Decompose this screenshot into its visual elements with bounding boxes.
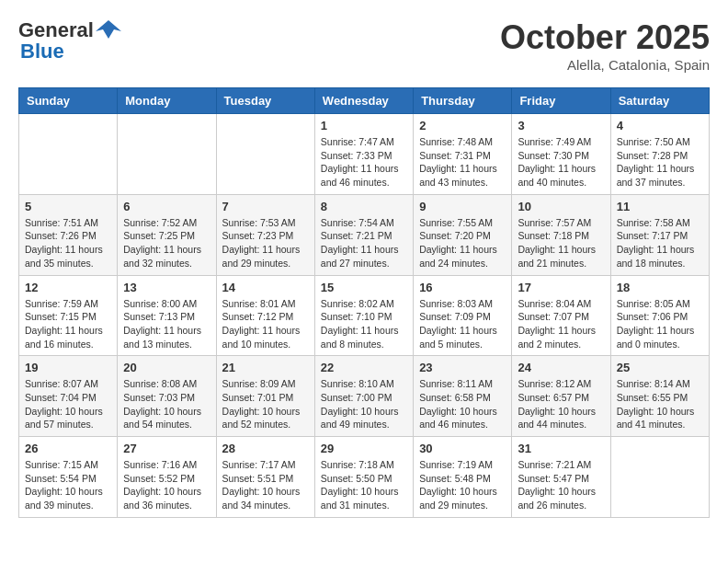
calendar-day-cell: 13Sunrise: 8:00 AM Sunset: 7:13 PM Dayli… — [118, 275, 216, 356]
calendar-day-cell: 6Sunrise: 7:52 AM Sunset: 7:25 PM Daylig… — [118, 194, 216, 275]
calendar-day-cell: 11Sunrise: 7:58 AM Sunset: 7:17 PM Dayli… — [610, 194, 709, 275]
calendar-day-cell: 30Sunrise: 7:19 AM Sunset: 5:48 PM Dayli… — [414, 437, 512, 518]
day-info: Sunrise: 7:51 AM Sunset: 7:26 PM Dayligh… — [25, 216, 111, 270]
day-of-week-wednesday: Wednesday — [314, 88, 413, 114]
day-number: 27 — [123, 442, 210, 455]
calendar-day-cell: 9Sunrise: 7:55 AM Sunset: 7:20 PM Daylig… — [414, 194, 512, 275]
month-title: October 2025 — [500, 18, 710, 57]
calendar-day-cell: 17Sunrise: 8:04 AM Sunset: 7:07 PM Dayli… — [512, 275, 610, 356]
day-number: 11 — [617, 200, 703, 213]
day-number: 31 — [518, 442, 604, 455]
calendar-day-cell: 23Sunrise: 8:11 AM Sunset: 6:58 PM Dayli… — [414, 356, 512, 437]
logo-general: General — [18, 18, 94, 41]
calendar-day-cell: 8Sunrise: 7:54 AM Sunset: 7:21 PM Daylig… — [314, 194, 413, 275]
day-number: 1 — [321, 119, 407, 132]
calendar-day-cell: 31Sunrise: 7:21 AM Sunset: 5:47 PM Dayli… — [512, 437, 610, 518]
day-info: Sunrise: 7:21 AM Sunset: 5:47 PM Dayligh… — [518, 458, 604, 512]
day-info: Sunrise: 8:00 AM Sunset: 7:13 PM Dayligh… — [123, 297, 210, 351]
calendar-day-cell: 28Sunrise: 7:17 AM Sunset: 5:51 PM Dayli… — [216, 437, 314, 518]
day-info: Sunrise: 8:08 AM Sunset: 7:03 PM Dayligh… — [123, 377, 210, 431]
logo-blue: Blue — [20, 40, 64, 63]
day-number: 15 — [321, 281, 407, 294]
day-number: 4 — [617, 119, 703, 132]
day-info: Sunrise: 7:58 AM Sunset: 7:17 PM Dayligh… — [617, 216, 703, 270]
day-number: 16 — [419, 281, 506, 294]
calendar-day-cell: 21Sunrise: 8:09 AM Sunset: 7:01 PM Dayli… — [216, 356, 314, 437]
day-number: 26 — [25, 442, 111, 455]
day-info: Sunrise: 8:09 AM Sunset: 7:01 PM Dayligh… — [222, 377, 309, 431]
day-number: 9 — [419, 200, 506, 213]
day-info: Sunrise: 8:05 AM Sunset: 7:06 PM Dayligh… — [617, 297, 703, 351]
calendar-day-cell: 10Sunrise: 7:57 AM Sunset: 7:18 PM Dayli… — [512, 194, 610, 275]
empty-cell — [610, 437, 709, 518]
calendar-day-cell: 25Sunrise: 8:14 AM Sunset: 6:55 PM Dayli… — [610, 356, 709, 437]
location: Alella, Catalonia, Spain — [500, 57, 710, 73]
day-number: 12 — [25, 281, 111, 294]
calendar-day-cell: 20Sunrise: 8:08 AM Sunset: 7:03 PM Dayli… — [118, 356, 216, 437]
day-number: 21 — [222, 361, 309, 374]
day-info: Sunrise: 8:03 AM Sunset: 7:09 PM Dayligh… — [419, 297, 506, 351]
calendar-day-cell: 19Sunrise: 8:07 AM Sunset: 7:04 PM Dayli… — [19, 356, 118, 437]
calendar-week-row: 1Sunrise: 7:47 AM Sunset: 7:33 PM Daylig… — [19, 114, 710, 195]
day-info: Sunrise: 7:59 AM Sunset: 7:15 PM Dayligh… — [25, 297, 111, 351]
calendar-day-cell: 16Sunrise: 8:03 AM Sunset: 7:09 PM Dayli… — [414, 275, 512, 356]
day-info: Sunrise: 8:14 AM Sunset: 6:55 PM Dayligh… — [617, 377, 703, 431]
day-info: Sunrise: 7:15 AM Sunset: 5:54 PM Dayligh… — [25, 458, 111, 512]
page-header: General Blue October 2025 Alella, Catalo… — [18, 18, 710, 73]
calendar-week-row: 19Sunrise: 8:07 AM Sunset: 7:04 PM Dayli… — [19, 356, 710, 437]
calendar-day-cell: 4Sunrise: 7:50 AM Sunset: 7:28 PM Daylig… — [610, 114, 709, 195]
calendar-day-cell: 12Sunrise: 7:59 AM Sunset: 7:15 PM Dayli… — [19, 275, 118, 356]
day-number: 30 — [419, 442, 506, 455]
calendar-day-cell: 5Sunrise: 7:51 AM Sunset: 7:26 PM Daylig… — [19, 194, 118, 275]
calendar-day-cell: 27Sunrise: 7:16 AM Sunset: 5:52 PM Dayli… — [118, 437, 216, 518]
day-number: 10 — [518, 200, 604, 213]
day-info: Sunrise: 7:48 AM Sunset: 7:31 PM Dayligh… — [419, 135, 506, 190]
calendar-header-row: SundayMondayTuesdayWednesdayThursdayFrid… — [19, 88, 710, 114]
day-number: 5 — [25, 200, 111, 213]
calendar-week-row: 5Sunrise: 7:51 AM Sunset: 7:26 PM Daylig… — [19, 194, 710, 275]
day-number: 13 — [123, 281, 210, 294]
calendar-day-cell: 24Sunrise: 8:12 AM Sunset: 6:57 PM Dayli… — [512, 356, 610, 437]
calendar-day-cell: 29Sunrise: 7:18 AM Sunset: 5:50 PM Dayli… — [314, 437, 413, 518]
calendar-table: SundayMondayTuesdayWednesdayThursdayFrid… — [18, 87, 710, 518]
day-info: Sunrise: 7:49 AM Sunset: 7:30 PM Dayligh… — [518, 135, 604, 190]
calendar-day-cell: 7Sunrise: 7:53 AM Sunset: 7:23 PM Daylig… — [216, 194, 314, 275]
empty-cell — [118, 114, 216, 195]
day-number: 20 — [123, 361, 210, 374]
empty-cell — [216, 114, 314, 195]
day-number: 28 — [222, 442, 309, 455]
day-info: Sunrise: 7:47 AM Sunset: 7:33 PM Dayligh… — [321, 135, 407, 190]
day-of-week-tuesday: Tuesday — [216, 88, 314, 114]
day-number: 6 — [123, 200, 210, 213]
calendar-day-cell: 3Sunrise: 7:49 AM Sunset: 7:30 PM Daylig… — [512, 114, 610, 195]
day-number: 17 — [518, 281, 604, 294]
day-number: 2 — [419, 119, 506, 132]
calendar-day-cell: 2Sunrise: 7:48 AM Sunset: 7:31 PM Daylig… — [414, 114, 512, 195]
day-info: Sunrise: 8:11 AM Sunset: 6:58 PM Dayligh… — [419, 377, 506, 431]
day-info: Sunrise: 7:57 AM Sunset: 7:18 PM Dayligh… — [518, 216, 604, 270]
day-info: Sunrise: 8:12 AM Sunset: 6:57 PM Dayligh… — [518, 377, 604, 431]
day-info: Sunrise: 7:50 AM Sunset: 7:28 PM Dayligh… — [617, 135, 703, 190]
day-info: Sunrise: 7:52 AM Sunset: 7:25 PM Dayligh… — [123, 216, 210, 270]
day-info: Sunrise: 8:10 AM Sunset: 7:00 PM Dayligh… — [321, 377, 407, 431]
calendar-day-cell: 22Sunrise: 8:10 AM Sunset: 7:00 PM Dayli… — [314, 356, 413, 437]
day-number: 23 — [419, 361, 506, 374]
title-section: October 2025 Alella, Catalonia, Spain — [500, 18, 710, 73]
day-number: 8 — [321, 200, 407, 213]
calendar-day-cell: 18Sunrise: 8:05 AM Sunset: 7:06 PM Dayli… — [610, 275, 709, 356]
day-number: 7 — [222, 200, 309, 213]
calendar-day-cell: 14Sunrise: 8:01 AM Sunset: 7:12 PM Dayli… — [216, 275, 314, 356]
day-of-week-monday: Monday — [118, 88, 216, 114]
day-info: Sunrise: 7:17 AM Sunset: 5:51 PM Dayligh… — [222, 458, 309, 512]
day-info: Sunrise: 8:07 AM Sunset: 7:04 PM Dayligh… — [25, 377, 111, 431]
calendar-day-cell: 26Sunrise: 7:15 AM Sunset: 5:54 PM Dayli… — [19, 437, 118, 518]
logo-bird-icon — [96, 18, 121, 44]
day-info: Sunrise: 7:54 AM Sunset: 7:21 PM Dayligh… — [321, 216, 407, 270]
day-info: Sunrise: 7:16 AM Sunset: 5:52 PM Dayligh… — [123, 458, 210, 512]
day-info: Sunrise: 8:01 AM Sunset: 7:12 PM Dayligh… — [222, 297, 309, 351]
day-of-week-thursday: Thursday — [414, 88, 512, 114]
day-number: 14 — [222, 281, 309, 294]
calendar-week-row: 12Sunrise: 7:59 AM Sunset: 7:15 PM Dayli… — [19, 275, 710, 356]
calendar-week-row: 26Sunrise: 7:15 AM Sunset: 5:54 PM Dayli… — [19, 437, 710, 518]
day-number: 24 — [518, 361, 604, 374]
